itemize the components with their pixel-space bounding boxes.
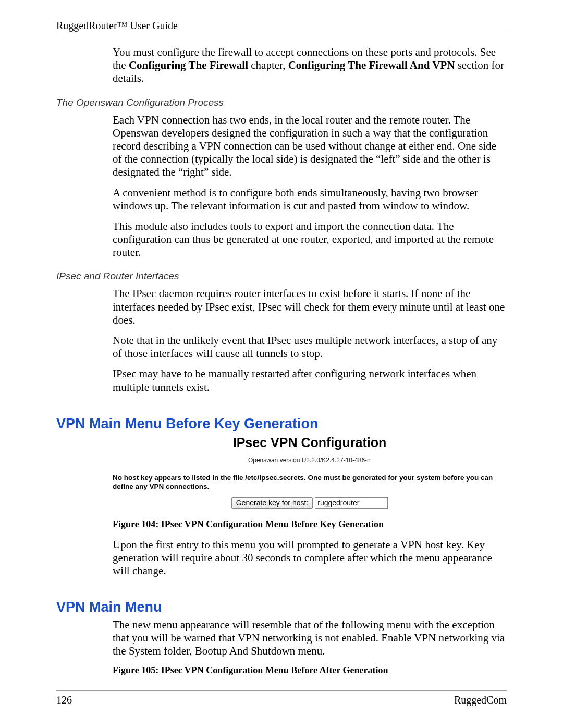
header-product: RuggedRouter™ User Guide [56, 20, 178, 31]
intro-p1-bold1: Configuring The Firewall [129, 59, 248, 71]
page-number: 126 [56, 694, 72, 706]
openswan-p2: A convenient method is to configure both… [113, 187, 507, 213]
figure-form: Generate key for host: [113, 496, 507, 512]
hostname-input[interactable] [315, 497, 388, 509]
intro-paragraph: You must configure the firewall to accep… [113, 46, 507, 85]
footer-company: RuggedCom [454, 694, 507, 706]
page-header: RuggedRouter™ User Guide [56, 20, 507, 33]
generate-key-button[interactable]: Generate key for host: [231, 497, 313, 509]
main-menu-heading: VPN Main Menu [56, 599, 507, 615]
ipsec-p1: The IPsec daemon requires router interfa… [113, 287, 507, 327]
ipsec-heading: IPsec and Router Interfaces [56, 270, 507, 282]
openswan-p1: Each VPN connection has two ends, in the… [113, 114, 507, 179]
figure-104-caption: Figure 104: IPsec VPN Configuration Menu… [113, 519, 507, 530]
before-keygen-p1: Upon the first entry to this menu you wi… [113, 538, 507, 577]
openswan-heading: The Openswan Configuration Process [56, 97, 507, 108]
figure-warning: No host key appears to listed in the fil… [113, 473, 507, 491]
openswan-p3: This module also includes tools to expor… [113, 220, 507, 260]
main-menu-p1: The new menu appearance will resemble th… [113, 619, 507, 658]
figure-title: IPsec VPN Configuration [113, 435, 507, 450]
ipsec-p3: IPsec may have to be manually restarted … [113, 367, 507, 393]
intro-p1-bold2: Configuring The Firewall And VPN [288, 59, 455, 71]
before-keygen-heading: VPN Main Menu Before Key Generation [56, 416, 507, 432]
figure-104: IPsec VPN Configuration Openswan version… [113, 435, 507, 577]
ipsec-p2: Note that in the unlikely event that IPs… [113, 334, 507, 360]
intro-p1-mid: chapter, [248, 59, 288, 71]
figure-version: Openswan version U2.2.0/K2.4.27-10-486-r… [113, 456, 507, 464]
page-footer: 126 RuggedCom [56, 690, 507, 706]
figure-105-caption: Figure 105: IPsec VPN Configuration Menu… [113, 665, 507, 676]
